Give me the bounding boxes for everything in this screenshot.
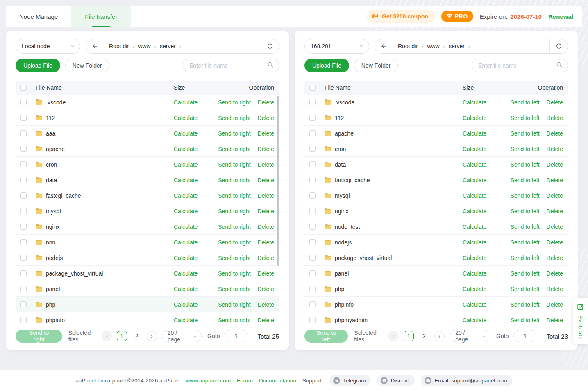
- evaluate-tab[interactable]: Evaluate: [573, 298, 588, 344]
- row-checkbox[interactable]: [20, 239, 27, 245]
- send-link[interactable]: Send to right: [218, 161, 250, 168]
- send-link[interactable]: Send to right: [218, 99, 250, 106]
- calculate-link[interactable]: Calculate: [463, 317, 493, 323]
- delete-link[interactable]: Delete: [547, 161, 563, 168]
- file-name[interactable]: nodejs: [335, 239, 463, 246]
- calculate-link[interactable]: Calculate: [463, 270, 493, 277]
- send-link[interactable]: Send to left: [511, 239, 540, 246]
- calculate-link[interactable]: Calculate: [174, 301, 204, 308]
- row-checkbox[interactable]: [20, 286, 27, 292]
- send-link[interactable]: Send to right: [218, 192, 250, 199]
- calculate-link[interactable]: Calculate: [174, 99, 204, 106]
- delete-link[interactable]: Delete: [547, 146, 563, 152]
- coupon-banner[interactable]: Get $200 coupon: [367, 10, 435, 23]
- pro-badge[interactable]: PRO: [441, 11, 473, 22]
- table-row[interactable]: mysql Calculate Send to left Delete: [304, 188, 568, 203]
- table-row[interactable]: nginx Calculate Send to left Delete: [304, 203, 568, 219]
- scrollbar[interactable]: [277, 96, 279, 266]
- row-checkbox[interactable]: [20, 301, 27, 307]
- tab-file-transfer[interactable]: File transfer: [71, 6, 131, 27]
- delete-link[interactable]: Delete: [547, 130, 563, 137]
- row-checkbox[interactable]: [309, 224, 316, 230]
- table-row[interactable]: nodejs Calculate Send to left Delete: [304, 235, 568, 250]
- send-link[interactable]: Send to right: [218, 270, 250, 277]
- delete-link[interactable]: Delete: [258, 286, 274, 292]
- file-name[interactable]: panel: [335, 270, 463, 277]
- send-link[interactable]: Send to left: [511, 130, 540, 137]
- delete-link[interactable]: Delete: [258, 192, 274, 199]
- table-row[interactable]: apache Calculate Send to left Delete: [304, 126, 568, 141]
- file-name[interactable]: mysql: [335, 192, 463, 199]
- page-1-button[interactable]: 1: [117, 331, 127, 341]
- search-input[interactable]: [189, 62, 267, 69]
- breadcrumb-item[interactable]: www: [138, 43, 150, 50]
- table-row[interactable]: panel Calculate Send to left Delete: [304, 266, 568, 281]
- calculate-link[interactable]: Calculate: [174, 286, 204, 292]
- send-link[interactable]: Send to right: [218, 146, 250, 152]
- file-name[interactable]: data: [335, 161, 463, 168]
- telegram-button[interactable]: Telegram: [329, 375, 371, 386]
- row-checkbox[interactable]: [20, 317, 27, 323]
- table-row[interactable]: cron Calculate Send to right Delete: [16, 157, 279, 172]
- calculate-link[interactable]: Calculate: [174, 317, 204, 323]
- row-checkbox[interactable]: [309, 270, 316, 276]
- file-name[interactable]: nginx: [46, 224, 174, 230]
- calculate-link[interactable]: Calculate: [174, 115, 204, 121]
- breadcrumb-item[interactable]: Root dir: [398, 43, 418, 50]
- table-row[interactable]: package_vhost_virtual Calculate Send to …: [16, 266, 279, 281]
- send-link[interactable]: Send to right: [218, 255, 250, 261]
- page-1-button[interactable]: 1: [404, 331, 414, 341]
- calculate-link[interactable]: Calculate: [463, 239, 493, 246]
- delete-link[interactable]: Delete: [258, 177, 274, 183]
- send-link[interactable]: Send to left: [511, 224, 540, 230]
- table-row[interactable]: fastcgi_cache Calculate Send to left Del…: [304, 172, 568, 188]
- calculate-link[interactable]: Calculate: [463, 161, 493, 168]
- delete-link[interactable]: Delete: [258, 255, 274, 261]
- send-link[interactable]: Send to right: [218, 177, 250, 183]
- row-checkbox[interactable]: [309, 239, 316, 245]
- email-button[interactable]: Email: support@aapanel.com: [421, 375, 512, 386]
- delete-link[interactable]: Delete: [547, 115, 563, 121]
- new-folder-button[interactable]: New Folder: [65, 59, 109, 72]
- file-name[interactable]: panel: [46, 286, 174, 292]
- row-checkbox[interactable]: [309, 208, 316, 214]
- delete-link[interactable]: Delete: [258, 208, 274, 215]
- row-checkbox[interactable]: [309, 286, 316, 292]
- calculate-link[interactable]: Calculate: [463, 177, 493, 183]
- delete-link[interactable]: Delete: [258, 99, 274, 106]
- delete-link[interactable]: Delete: [547, 270, 563, 277]
- delete-link[interactable]: Delete: [547, 192, 563, 199]
- delete-link[interactable]: Delete: [547, 286, 563, 292]
- row-checkbox[interactable]: [309, 146, 316, 152]
- row-checkbox[interactable]: [309, 192, 316, 199]
- send-link[interactable]: Send to left: [511, 255, 540, 261]
- file-name[interactable]: fastcgi_cache: [335, 177, 463, 183]
- table-row[interactable]: aaa Calculate Send to right Delete: [16, 126, 279, 141]
- table-row[interactable]: phpmyadmin Calculate Send to left Delete: [304, 312, 568, 324]
- file-name[interactable]: mysql: [46, 208, 174, 215]
- row-checkbox[interactable]: [309, 301, 316, 307]
- send-link[interactable]: Send to left: [511, 192, 540, 199]
- file-name[interactable]: phpinfo: [46, 317, 174, 323]
- table-row[interactable]: data Calculate Send to right Delete: [16, 172, 279, 188]
- send-link[interactable]: Send to right: [218, 115, 250, 121]
- file-name[interactable]: phpmyadmin: [335, 317, 463, 323]
- delete-link[interactable]: Delete: [258, 239, 274, 246]
- goto-page-input[interactable]: [513, 330, 536, 342]
- send-link[interactable]: Send to right: [218, 224, 250, 230]
- send-link[interactable]: Send to right: [218, 286, 250, 292]
- breadcrumb-item[interactable]: server: [160, 43, 176, 50]
- calculate-link[interactable]: Calculate: [463, 146, 493, 152]
- calculate-link[interactable]: Calculate: [174, 161, 204, 168]
- row-checkbox[interactable]: [20, 99, 27, 105]
- table-row[interactable]: apache Calculate Send to right Delete: [16, 141, 279, 157]
- delete-link[interactable]: Delete: [258, 224, 274, 230]
- table-row[interactable]: mysql Calculate Send to right Delete: [16, 203, 279, 219]
- calculate-link[interactable]: Calculate: [463, 130, 493, 137]
- calculate-link[interactable]: Calculate: [463, 115, 493, 121]
- table-row[interactable]: panel Calculate Send to right Delete: [16, 281, 279, 297]
- delete-link[interactable]: Delete: [258, 301, 274, 308]
- send-link[interactable]: Send to left: [511, 177, 540, 183]
- row-checkbox[interactable]: [309, 115, 316, 121]
- table-row[interactable]: .vscode Calculate Send to right Delete: [16, 95, 279, 110]
